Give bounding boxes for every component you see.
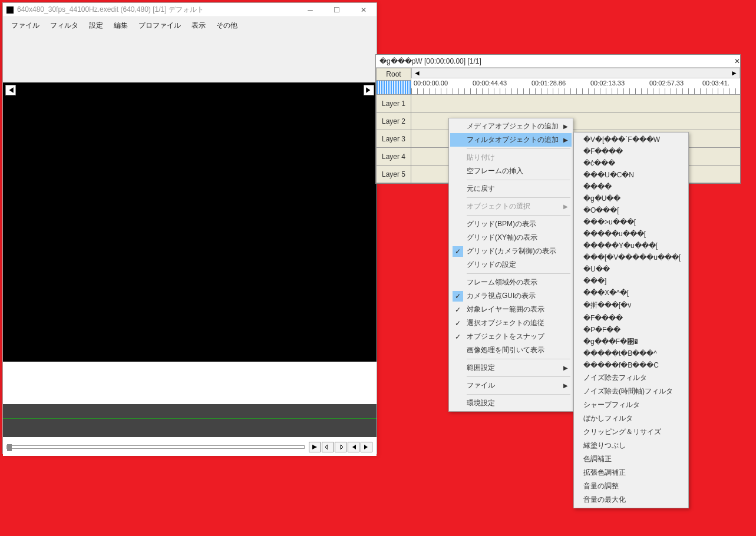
submenu-arrow-icon: ▶ [563, 137, 568, 143]
submenu-item[interactable]: �����t�B���^ [575, 348, 687, 359]
timeline-scrollbar[interactable]: ◄ ► [411, 68, 740, 78]
seek-track[interactable] [6, 445, 305, 449]
context-menu-item[interactable]: メディアオブジェクトの追加▶ [450, 120, 572, 133]
minimize-button[interactable]: ─ [297, 3, 323, 17]
context-menu-item[interactable]: ✓グリッド(カメラ制御)の表示 [450, 244, 572, 258]
submenu-item[interactable]: �����u���[ [575, 228, 687, 240]
timecode: 00:00:00.00 [414, 80, 448, 87]
context-menu-item[interactable]: フィルタオブジェクトの追加▶ [450, 133, 572, 147]
timecode: 00:03:41. [702, 80, 729, 87]
playbar [3, 438, 377, 456]
layer-1[interactable]: Layer 1 [376, 95, 411, 113]
submenu-item[interactable]: �搟���[�v [575, 299, 687, 312]
submenu-item[interactable]: ���X�^�[ [575, 287, 687, 299]
menu-edit[interactable]: 編集 [109, 19, 133, 32]
menu-item-label: カメラ視点GUIの表示 [467, 291, 536, 301]
menu-item-label: グリッド(XY軸)の表示 [467, 233, 537, 243]
scroll-left-icon[interactable]: ◄ [412, 68, 422, 78]
submenu-item[interactable]: ���� [575, 181, 687, 193]
submenu-item[interactable]: ���[�V�����u���[ [575, 252, 687, 263]
filmstrip[interactable] [3, 404, 377, 437]
context-menu-item[interactable]: グリッド(BPM)の表示 [450, 217, 572, 231]
context-menu-item[interactable]: 範囲設定▶ [450, 361, 572, 375]
submenu-item[interactable]: �V�[���`F���W [575, 134, 687, 145]
submenu-item[interactable]: ノイズ除去フィルタ [575, 371, 687, 385]
submenu-item[interactable]: �����Y�u���[ [575, 240, 687, 252]
menu-view[interactable]: 表示 [187, 19, 210, 32]
context-menu-item[interactable]: グリッドの設定 [450, 258, 572, 272]
menu-item-label: グリッド(BPM)の表示 [467, 219, 536, 229]
timeline-title: �g���pW [00:00:00.00] [1/1] [379, 57, 481, 65]
layer-root[interactable]: Root [376, 68, 411, 81]
next-frame-button[interactable] [364, 85, 374, 95]
submenu-item[interactable]: クリッピング＆リサイズ [575, 425, 687, 439]
layer-5[interactable]: Layer 5 [376, 166, 411, 183]
context-menu-item[interactable]: 元に戻す [450, 182, 572, 196]
play-button[interactable] [309, 442, 321, 452]
prev-frame-button[interactable] [5, 85, 16, 95]
timeline-close-button[interactable]: ✕ [734, 57, 740, 65]
step-back-button[interactable] [322, 442, 334, 452]
submenu-item[interactable]: シャープフィルタ [575, 398, 687, 412]
step-fwd-button[interactable] [335, 442, 346, 452]
submenu-item[interactable]: �U�� [575, 263, 687, 275]
submenu-arrow-icon: ▶ [563, 123, 568, 130]
menu-item-label: フィルタオブジェクトの追加 [467, 135, 559, 145]
window-title: 640x480_30fps_44100Hz.exedit (640,480) [… [17, 5, 297, 15]
context-menu-item[interactable]: ✓対象レイヤー範囲の表示 [450, 303, 572, 316]
timeline-ruler[interactable]: 00:00:00.00 00:00:44.43 00:01:28.86 00:0… [411, 78, 740, 95]
layer-3[interactable]: Layer 3 [376, 130, 411, 148]
menu-file[interactable]: ファイル [6, 19, 44, 32]
layer-4[interactable]: Layer 4 [376, 148, 411, 166]
submenu-item[interactable]: �ċ��� [575, 157, 687, 169]
timecode: 00:01:28.86 [531, 80, 566, 87]
context-menu-item[interactable]: 環境設定 [450, 396, 572, 410]
submenu-item[interactable]: ���>u���[ [575, 216, 687, 228]
submenu-item[interactable]: ���U�C�N [575, 169, 687, 181]
context-menu-item[interactable]: フレーム領域外の表示 [450, 276, 572, 289]
context-menu-item[interactable]: ファイル▶ [450, 379, 572, 392]
menu-item-label: オブジェクトの選択 [467, 201, 530, 211]
submenu-item[interactable]: 縁塗りつぶし [575, 439, 687, 452]
menu-filter[interactable]: フィルタ [45, 19, 83, 32]
menu-item-label: 選択オブジェクトの追従 [467, 318, 544, 328]
check-icon: ✓ [453, 291, 463, 302]
submenu-item[interactable]: 拡張色調補正 [575, 466, 687, 479]
submenu-item[interactable]: �P�F�� [575, 324, 687, 336]
submenu-item[interactable]: 色調補正 [575, 452, 687, 466]
viewer-area [3, 35, 377, 456]
submenu-item[interactable]: �F���� [575, 145, 687, 157]
submenu-item[interactable]: �F���� [575, 312, 687, 324]
app-icon [6, 6, 14, 14]
menu-item-label: 環境設定 [467, 398, 495, 408]
context-menu-item[interactable]: ✓選択オブジェクトの追従 [450, 316, 572, 330]
maximize-button[interactable]: ☐ [323, 3, 350, 17]
context-menu-item[interactable]: 画像処理を間引いて表示 [450, 343, 572, 357]
menu-other[interactable]: その他 [212, 19, 242, 32]
context-menu-item[interactable]: ✓オブジェクトをスナップ [450, 330, 572, 343]
close-button[interactable]: ✕ [350, 3, 377, 17]
scroll-right-icon[interactable]: ► [729, 68, 740, 78]
submenu-item[interactable]: 音量の最大化 [575, 493, 687, 507]
layer-ruler-indicator [376, 81, 411, 95]
context-menu-item[interactable]: グリッド(XY軸)の表示 [450, 231, 572, 244]
submenu-item[interactable]: �����f�B���C [575, 359, 687, 371]
goto-start-button[interactable] [348, 442, 359, 452]
submenu-item[interactable]: 音量の調整 [575, 479, 687, 493]
context-menu-item[interactable]: 空フレームの挿入 [450, 164, 572, 178]
goto-end-button[interactable] [361, 442, 372, 452]
submenu-item[interactable]: �g�U�� [575, 193, 687, 204]
submenu-item[interactable]: ���] [575, 275, 687, 287]
context-menu-item[interactable]: ✓カメラ視点GUIの表示 [450, 289, 572, 303]
menu-profile[interactable]: プロファイル [134, 19, 186, 32]
context-menu-item: 貼り付け [450, 151, 572, 164]
track-row[interactable] [411, 95, 740, 113]
menu-settings[interactable]: 設定 [84, 19, 108, 32]
submenu-item[interactable]: �O���[ [575, 204, 687, 216]
submenu-item[interactable]: ノイズ除去(時間軸)フィルタ [575, 385, 687, 398]
menu-item-label: 元に戻す [467, 184, 495, 194]
submenu-item[interactable]: ぼかしフィルタ [575, 412, 687, 425]
submenu-item[interactable]: �g���F�␳� [575, 336, 687, 348]
layer-2[interactable]: Layer 2 [376, 113, 411, 130]
preview-canvas[interactable] [3, 82, 377, 362]
